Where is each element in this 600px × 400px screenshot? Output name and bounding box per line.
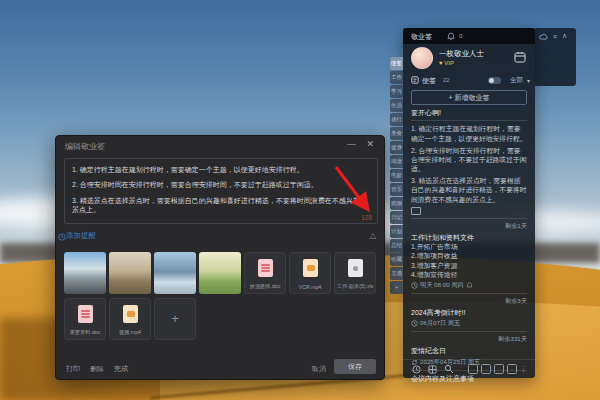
category-tab[interactable]: 工作 (390, 71, 403, 84)
list-item[interactable]: 要开心啊! (411, 108, 527, 117)
video-file-icon (303, 259, 318, 277)
minimize-icon[interactable]: — (347, 139, 356, 149)
category-tab-strip: 便签 工作 学习 生活 旅行 美食 健身 阅读 电影 音乐 购物 日记 计划 总… (390, 57, 403, 295)
calendar-icon[interactable] (514, 51, 526, 63)
xls-file-icon (348, 259, 363, 277)
vip-badge: ♥ VIP (439, 60, 454, 66)
delete-button[interactable]: 删除 (90, 364, 104, 374)
photo-attachment[interactable] (199, 252, 241, 294)
countdown-badge: 剩余331天 (411, 335, 527, 344)
list-item[interactable]: 剩余1天 工作计划和资料文件 1.开拓广告市场 2.增加项目收益 3.增加客户资… (411, 222, 527, 290)
category-tab[interactable]: 计划 (390, 225, 403, 238)
bell-icon[interactable] (447, 32, 455, 41)
category-tab[interactable]: 购物 (390, 197, 403, 210)
avatar[interactable] (411, 47, 433, 69)
category-tab[interactable]: 总结 (390, 239, 403, 252)
note-text: 3.增加客户资源 (411, 261, 527, 270)
grid-view-icon[interactable] (428, 365, 437, 374)
collapse-icon[interactable]: ∧ (562, 32, 567, 40)
save-button[interactable]: 保存 (334, 359, 376, 374)
note-paragraph: 3. 精选景点在选择景点时，需要根据自己的兴趣和喜好进行精选，不要将时间浪费在不… (72, 196, 370, 215)
category-tab[interactable]: 音乐 (390, 183, 403, 196)
file-attachment[interactable]: 重要资料.doc (64, 298, 106, 340)
photo-attachment[interactable] (109, 252, 151, 294)
clock-icon (58, 233, 66, 241)
category-tab[interactable]: 旅行 (390, 113, 403, 126)
note-text: 1.开拓广告市场 (411, 242, 527, 251)
toolbar-right: ⋮ (468, 364, 527, 374)
notes-count: 22 (443, 77, 450, 83)
countdown-badge: 剩余1天 (411, 222, 527, 231)
category-tab[interactable]: 电影 (390, 169, 403, 182)
new-note-button[interactable]: + 新增敬业签 (411, 90, 527, 105)
doc-file-icon (78, 305, 93, 323)
add-reminder-label: 添加提醒 (66, 231, 96, 240)
file-name: 旅游路线.doc (246, 283, 284, 290)
file-name: 视频.mp4 (111, 329, 149, 336)
char-count: 128 (361, 214, 372, 221)
list-item[interactable]: 1. 确定行程主题在规划行程时，需要确定一个主题，以便更好地安排行程。 2. 合… (411, 124, 527, 214)
shortcut-icon[interactable] (481, 364, 491, 374)
widget-titlebar-extension: ≡ ∧ (535, 28, 576, 86)
more-icon[interactable]: ⋮ (520, 365, 527, 373)
category-tab[interactable]: 收藏 (390, 253, 403, 266)
filter-dropdown[interactable]: 全部 (510, 76, 523, 85)
note-title: 2024高考倒计时!! (411, 308, 527, 317)
cloud-sync-icon[interactable] (539, 33, 548, 40)
notification-count: 0 (459, 33, 462, 39)
category-tab[interactable]: 美食 (390, 127, 403, 140)
divider (411, 120, 527, 121)
doc-file-icon (258, 259, 273, 277)
notes-list: 要开心啊! 1. 确定行程主题在规划行程时，需要确定一个主题，以便更好地安排行程… (411, 108, 527, 384)
file-name: 工作-副本(5).xls (336, 283, 374, 290)
add-attachment-button[interactable]: + (154, 298, 196, 340)
category-tab[interactable]: 灵感 (390, 267, 403, 280)
notes-tab-label: 便签 (422, 76, 436, 86)
category-tab[interactable]: 生活 (390, 99, 403, 112)
shortcut-icon[interactable] (494, 364, 504, 374)
bell-icon (466, 282, 473, 289)
complete-button[interactable]: 完成 (114, 364, 128, 374)
file-attachment[interactable]: 视频.mp4 (109, 298, 151, 340)
window-controls: ≡ ∧ (539, 32, 567, 40)
photo-attachment[interactable] (64, 252, 106, 294)
cancel-button[interactable]: 取消 (312, 364, 326, 374)
file-name: VCR.mp4 (291, 284, 329, 290)
widget-toolbar: ⋮ (403, 359, 535, 378)
note-text: 4.增加宣传途径 (411, 270, 527, 279)
clock-icon (411, 320, 418, 327)
reminder-time: 06月07日 周五 (411, 319, 527, 328)
close-icon[interactable]: ✕ (366, 139, 374, 149)
note-paragraph: 2. 合理安排时间在安排行程时，需要合理安排时间，不要过于赶路或过于闲适。 (72, 180, 370, 189)
alert-triangle-icon[interactable]: △ (370, 231, 376, 240)
category-tab[interactable]: 健身 (390, 141, 403, 154)
divider (411, 331, 527, 332)
view-toggle[interactable] (488, 77, 501, 84)
list-item[interactable]: 剩余3天 2024高考倒计时!! 06月07日 周五 (411, 297, 527, 328)
widget-titlebar[interactable]: 敬业签 0 (403, 28, 535, 44)
time-icon[interactable] (412, 365, 421, 374)
category-tab[interactable]: 日记 (390, 211, 403, 224)
user-row: 一枚敬业人士 ♥ VIP (403, 44, 535, 72)
sticky-notes-widget: 敬业签 0 一枚敬业人士 ♥ VIP 便签 22 全部 ▾ + 新增敬业签 (403, 28, 535, 378)
shortcut-icon[interactable] (468, 364, 478, 374)
add-reminder-link[interactable]: 添加提醒 (66, 231, 96, 241)
add-category-tab[interactable]: + (390, 281, 403, 294)
dialog-titlebar[interactable]: 编辑敬业签 — ✕ (56, 136, 384, 154)
shortcut-icon[interactable] (507, 364, 517, 374)
file-attachment[interactable]: 工作-副本(5).xls (334, 252, 376, 294)
photo-attachment[interactable] (154, 252, 196, 294)
menu-icon[interactable]: ≡ (553, 33, 557, 40)
file-attachment[interactable]: VCR.mp4 (289, 252, 331, 294)
category-tab[interactable]: 学习 (390, 85, 403, 98)
app-title: 敬业签 (411, 32, 432, 42)
category-tab[interactable]: 便签 (390, 57, 403, 70)
note-text: 1. 确定行程主题在规划行程时，需要确定一个主题，以便更好地安排行程。 (411, 124, 527, 142)
note-paragraph: 1. 确定行程主题在规划行程时，需要确定一个主题，以便更好地安排行程。 (72, 165, 370, 174)
search-icon[interactable] (444, 364, 454, 374)
clock-icon (411, 282, 418, 289)
note-text-editor[interactable]: 1. 确定行程主题在规划行程时，需要确定一个主题，以便更好地安排行程。 2. 合… (64, 158, 378, 224)
file-attachment[interactable]: 旅游路线.doc (244, 252, 286, 294)
category-tab[interactable]: 阅读 (390, 155, 403, 168)
print-button[interactable]: 打印 (66, 364, 80, 374)
